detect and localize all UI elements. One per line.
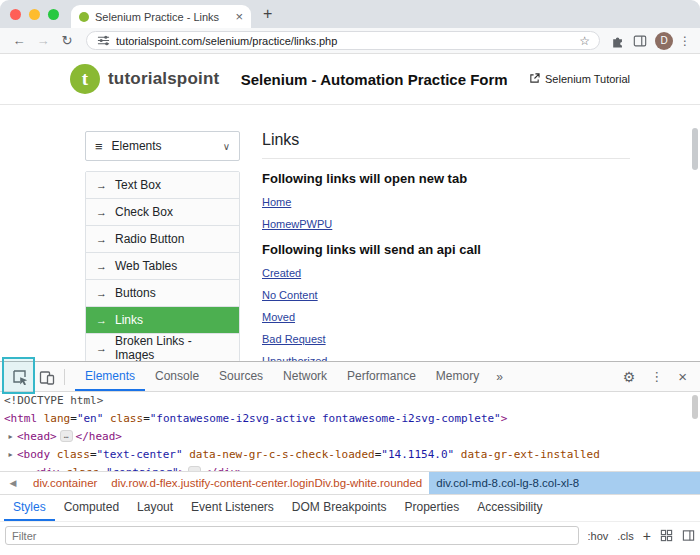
page-scrollbar[interactable] <box>692 128 698 170</box>
code-token: = <box>70 412 77 425</box>
inline-expand-button[interactable]: … <box>188 466 201 471</box>
breadcrumb-item[interactable]: div.container <box>26 472 104 494</box>
profile-avatar[interactable]: D <box>655 32 673 50</box>
new-style-rule-button[interactable]: + <box>643 529 651 543</box>
selenium-tutorial-label: Selenium Tutorial <box>545 73 630 85</box>
forward-icon[interactable]: → <box>32 33 54 48</box>
settings-gear-icon[interactable]: ⚙ <box>623 369 636 385</box>
sidebar-item-links[interactable]: →Links <box>86 307 239 334</box>
code-line: <!DOCTYPE html> <box>0 392 700 410</box>
page-title: Selenium - Automation Practice Form <box>219 71 529 88</box>
styles-pane-tab-accessibility[interactable]: Accessibility <box>468 495 551 521</box>
inspect-element-icon[interactable] <box>6 369 33 385</box>
code-scrollbar[interactable] <box>692 395 698 419</box>
devtools-tab-performance[interactable]: Performance <box>337 362 426 391</box>
code-token: <html <box>4 412 37 425</box>
browser-tab[interactable]: Selenium Practice - Links × <box>71 5 251 28</box>
grid-overlay-icon[interactable] <box>660 529 673 542</box>
expand-arrow-icon[interactable]: ▸ <box>4 446 17 464</box>
page-body: ≡ Elements ∨ →Text Box→Check Box→Radio B… <box>0 105 700 361</box>
arrow-right-icon: → <box>96 179 107 191</box>
link-moved[interactable]: Moved <box>262 311 295 323</box>
sidebar-item-label: Text Box <box>115 178 161 192</box>
link-home[interactable]: Home <box>262 196 291 208</box>
computed-panel-icon[interactable] <box>682 529 695 542</box>
breadcrumb-back-icon[interactable]: ◀ <box>0 472 26 494</box>
sidebar-item-radio-button[interactable]: →Radio Button <box>86 226 239 253</box>
zoom-window-button[interactable] <box>48 9 59 20</box>
styles-pane-tab-event-listeners[interactable]: Event Listeners <box>182 495 283 521</box>
code-token: data-gr-ext-installed <box>454 448 600 461</box>
side-panel-icon[interactable] <box>630 34 650 48</box>
code-token: "fontawesome-i2svg-active fontawesome-i2… <box>150 412 501 425</box>
address-bar[interactable]: tutorialspoint.com/selenium/practice/lin… <box>86 31 600 50</box>
toggle-pseudo-state-button[interactable]: :hov <box>588 530 609 542</box>
breadcrumb-item[interactable]: div.row.d-flex.justify-content-center.lo… <box>104 472 429 494</box>
site-logo[interactable]: t tutorialspoint <box>70 64 219 94</box>
styles-pane-tabs: StylesComputedLayoutEvent ListenersDOM B… <box>0 494 700 521</box>
expand-arrow-icon[interactable]: ▸ <box>20 464 33 471</box>
arrow-right-icon: → <box>96 314 107 326</box>
styles-pane-tab-properties[interactable]: Properties <box>396 495 469 521</box>
code-token: = <box>90 448 97 461</box>
device-toolbar-icon[interactable] <box>33 369 60 385</box>
code-token: "text-center" <box>97 448 183 461</box>
devtools-tab-elements[interactable]: Elements <box>75 362 145 391</box>
sidebar-item-label: Broken Links - Images <box>115 334 229 362</box>
devtools-panel: ElementsConsoleSourcesNetworkPerformance… <box>0 361 700 555</box>
styles-filter-bar: :hov .cls + <box>0 521 700 549</box>
code-token: <div <box>33 466 60 471</box>
devtools-tab-sources[interactable]: Sources <box>209 362 273 391</box>
reload-icon[interactable]: ↻ <box>56 33 78 48</box>
code-token: = <box>99 466 106 471</box>
link-created[interactable]: Created <box>262 267 301 279</box>
arrow-right-icon: → <box>96 287 107 299</box>
sidebar-item-broken-links-images[interactable]: →Broken Links - Images <box>86 334 239 361</box>
styles-pane-tab-styles[interactable]: Styles <box>4 495 55 521</box>
sidebar-item-check-box[interactable]: →Check Box <box>86 199 239 226</box>
styles-pane-tab-computed[interactable]: Computed <box>55 495 128 521</box>
devtools-close-icon[interactable]: × <box>678 368 687 385</box>
devtools-toolbar: ElementsConsoleSourcesNetworkPerformance… <box>0 362 700 392</box>
devtools-tab-console[interactable]: Console <box>145 362 209 391</box>
code-token: </head> <box>76 430 122 443</box>
more-tabs-icon[interactable]: » <box>489 362 510 391</box>
minimize-window-button[interactable] <box>29 9 40 20</box>
sidebar-item-buttons[interactable]: →Buttons <box>86 280 239 307</box>
links-content: Links Following links will open new tabH… <box>262 131 630 361</box>
devtools-code: <!DOCTYPE html><html lang="en" class="fo… <box>0 392 700 471</box>
site-header: t tutorialspoint Selenium - Automation P… <box>0 54 700 104</box>
styles-pane-tab-dom-breakpoints[interactable]: DOM Breakpoints <box>283 495 396 521</box>
brand-name: tutorialspoint <box>108 69 219 89</box>
code-token: lang <box>37 412 70 425</box>
sidebar-header[interactable]: ≡ Elements ∨ <box>85 131 240 161</box>
devtools-tab-network[interactable]: Network <box>273 362 337 391</box>
site-settings-icon[interactable] <box>96 34 110 47</box>
styles-pane-tab-layout[interactable]: Layout <box>128 495 182 521</box>
link-homewpwpu[interactable]: HomewPWPU <box>262 218 332 230</box>
bookmark-star-icon[interactable]: ☆ <box>579 35 590 47</box>
tab-close-icon[interactable]: × <box>235 10 243 23</box>
back-icon[interactable]: ← <box>8 33 30 48</box>
toolbar-divider <box>64 369 65 385</box>
devtools-menu-icon[interactable]: ⋮ <box>650 369 663 384</box>
extensions-icon[interactable] <box>608 34 628 48</box>
inline-expand-button[interactable]: … <box>60 430 73 442</box>
sidebar-item-label: Buttons <box>115 286 156 300</box>
code-token: class <box>50 448 90 461</box>
expand-arrow-icon[interactable]: ▸ <box>4 428 17 446</box>
tab-strip: Selenium Practice - Links × + <box>0 0 700 28</box>
link-bad-request[interactable]: Bad Request <box>262 333 326 345</box>
devtools-tab-memory[interactable]: Memory <box>426 362 489 391</box>
browser-menu-icon[interactable]: ⋮ <box>678 34 692 48</box>
new-tab-button[interactable]: + <box>263 6 272 22</box>
sidebar-item-text-box[interactable]: →Text Box <box>86 172 239 199</box>
sidebar-item-web-tables[interactable]: →Web Tables <box>86 253 239 280</box>
selenium-tutorial-link[interactable]: Selenium Tutorial <box>529 73 630 86</box>
close-window-button[interactable] <box>10 9 21 20</box>
element-classes-button[interactable]: .cls <box>617 530 634 542</box>
breadcrumb-bar: ◀ div.containerdiv.row.d-flex.justify-co… <box>0 471 700 494</box>
link-no-content[interactable]: No Content <box>262 289 318 301</box>
styles-filter-input[interactable] <box>5 526 579 545</box>
breadcrumb-item[interactable]: div.col-md-8.col-lg-8.col-xl-8 <box>429 472 700 494</box>
